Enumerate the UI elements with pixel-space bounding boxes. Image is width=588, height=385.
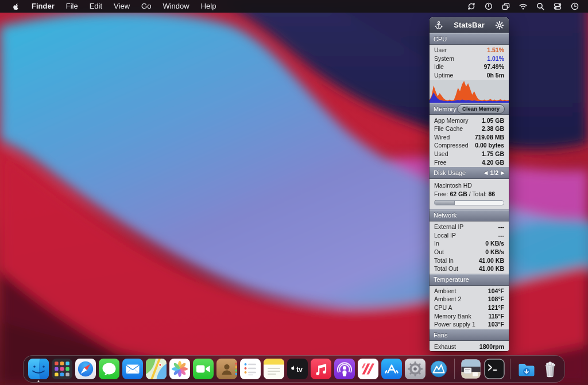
temperature-rows: Ambient104°FAmbient 2108°FCPU A121°FMemo… <box>430 286 509 329</box>
stat-label: File Cache <box>434 125 463 132</box>
section-header-temperature: Temperature <box>430 274 509 286</box>
stat-label: Ambient 2 <box>434 295 461 302</box>
menu-items: FinderFileEditViewGoWindowHelp <box>24 0 222 13</box>
svg-text:tv: tv <box>296 365 302 374</box>
section-header-network: Network <box>430 209 509 221</box>
section-title-network: Network <box>434 212 457 219</box>
fans-row-exhaust: Exhaust1800rpm <box>430 342 509 351</box>
dock-icon-terminal[interactable] <box>483 359 505 380</box>
stat-value: 4.20 GB <box>482 159 504 166</box>
dock-icon-launchpad[interactable] <box>51 359 72 380</box>
control-center-icon[interactable] <box>551 1 564 11</box>
temperature-row-memory-bank: Memory Bank115°F <box>430 312 509 320</box>
cpu-usage-graph <box>430 80 509 103</box>
stat-label: Exhaust <box>434 343 456 350</box>
fans-rows: Exhaust1800rpm <box>430 341 509 351</box>
network-row-local-ip: Local IP--- <box>430 231 509 240</box>
wifi-icon[interactable] <box>517 1 529 11</box>
power-icon[interactable] <box>482 1 495 11</box>
dock-icon-finder[interactable] <box>28 359 49 380</box>
menu-item-help[interactable]: Help <box>195 2 222 10</box>
apple-logo-icon[interactable] <box>11 2 20 11</box>
section-title-disk: Disk Usage <box>434 169 466 176</box>
stacked-windows-icon[interactable] <box>500 1 512 11</box>
cpu-row-user: User1.51% <box>430 46 509 55</box>
stat-value: 41.00 KB <box>479 257 504 264</box>
dock-icon-podcasts[interactable] <box>334 359 355 380</box>
stat-value: 0.00 bytes <box>475 142 504 149</box>
memory-row-app-memory: App Memory1.05 GB <box>430 116 509 125</box>
cpu-row-uptime: Uptime0h 5m <box>430 71 509 80</box>
stat-label: Out <box>434 248 444 255</box>
dock-icon-messages[interactable] <box>98 359 119 380</box>
menu-item-edit[interactable]: Edit <box>84 2 108 10</box>
statsbar-panel: StatsBar CPUUser1.51%System1.01%Idle97.4… <box>430 17 509 351</box>
dock-icon-notes[interactable] <box>263 359 284 380</box>
dock-icon-safari[interactable] <box>75 359 96 380</box>
stat-label: Total Out <box>434 265 458 272</box>
dock-icon-statsbar[interactable] <box>428 359 449 380</box>
dock-icon-photos[interactable] <box>169 359 190 380</box>
dock-icon-facetime[interactable] <box>192 359 214 380</box>
memory-row-used: Used1.75 GB <box>430 150 509 158</box>
stat-value: --- <box>498 223 505 230</box>
dock-icon-preview-window[interactable] <box>460 359 481 380</box>
stat-label: Used <box>434 150 448 157</box>
section-title-memory: Memory <box>434 106 457 112</box>
stat-label: Free <box>434 159 447 166</box>
stat-value: 0h 5m <box>487 72 504 79</box>
clean-memory-button[interactable]: Clean Memory <box>457 104 505 114</box>
stat-value: 97.49% <box>483 63 504 70</box>
menu-item-go[interactable]: Go <box>136 2 157 10</box>
disk-next-button[interactable]: ▶ <box>501 170 505 176</box>
dock-icon-contacts[interactable] <box>216 359 237 380</box>
anchor-icon[interactable] <box>434 21 443 30</box>
disk-usage-block: Macintosh HDFree: 62 GB / Total: 86 GB <box>430 179 509 209</box>
menu-item-view[interactable]: View <box>108 2 136 10</box>
spotlight-search-icon[interactable] <box>534 1 547 11</box>
section-header-memory: MemoryClean Memory <box>430 103 509 115</box>
stat-label: Idle <box>434 63 444 70</box>
menu-item-window[interactable]: Window <box>157 2 195 10</box>
dock-icon-trash[interactable] <box>539 359 560 380</box>
desktop: FinderFileEditViewGoWindowHelp StatsBar <box>0 0 588 385</box>
stat-value: 108°F <box>488 295 504 302</box>
stat-value: --- <box>498 232 505 239</box>
section-header-disk: Disk Usage◀1/2▶ <box>430 167 509 179</box>
clock-icon[interactable] <box>568 1 581 11</box>
stat-label: Compressed <box>434 142 469 149</box>
dock-icon-reminders[interactable] <box>239 359 261 380</box>
stat-value: 1.51% <box>487 46 504 53</box>
stat-value: 104°F <box>488 287 504 294</box>
dock-icon-systemprefs[interactable] <box>404 359 425 380</box>
dock-icon-music[interactable] <box>310 359 331 380</box>
disk-usage-bar <box>434 200 504 205</box>
section-header-fans: Fans <box>430 329 509 341</box>
dock-icon-news[interactable] <box>357 359 378 380</box>
stat-value: 115°F <box>488 313 504 320</box>
disk-usage-bar-fill <box>435 201 455 205</box>
stat-label: Ambient <box>434 287 457 294</box>
stat-value: 1.05 GB <box>482 117 504 124</box>
dock-icon-mail[interactable] <box>122 359 143 380</box>
stat-value: 2.38 GB <box>482 125 504 132</box>
gear-icon[interactable] <box>495 21 504 30</box>
dock-icon-downloads[interactable] <box>516 359 537 380</box>
menu-item-file[interactable]: File <box>60 2 84 10</box>
menu-item-finder[interactable]: Finder <box>26 2 60 10</box>
disk-free-total: Free: 62 GB / Total: 86 GB <box>434 190 504 199</box>
dock-icon-tv[interactable]: tv <box>287 359 308 380</box>
dock-icon-maps[interactable] <box>145 359 167 380</box>
network-row-out: Out0 KB/s <box>430 248 509 256</box>
stat-value: 1.75 GB <box>482 150 504 157</box>
network-rows: External IP---Local IP---In0 KB/sOut0 KB… <box>430 221 509 274</box>
dock-icon-appstore[interactable] <box>381 359 402 380</box>
stat-value: 0 KB/s <box>485 248 504 255</box>
memory-row-wired: Wired719.08 MB <box>430 133 509 142</box>
dock-divider <box>510 359 510 379</box>
statsbar-menubar-icon[interactable] <box>465 1 478 11</box>
disk-prev-button[interactable]: ◀ <box>484 170 488 176</box>
memory-row-free: Free4.20 GB <box>430 158 509 166</box>
cpu-row-idle: Idle97.49% <box>430 63 509 71</box>
stat-label: System <box>434 55 454 62</box>
